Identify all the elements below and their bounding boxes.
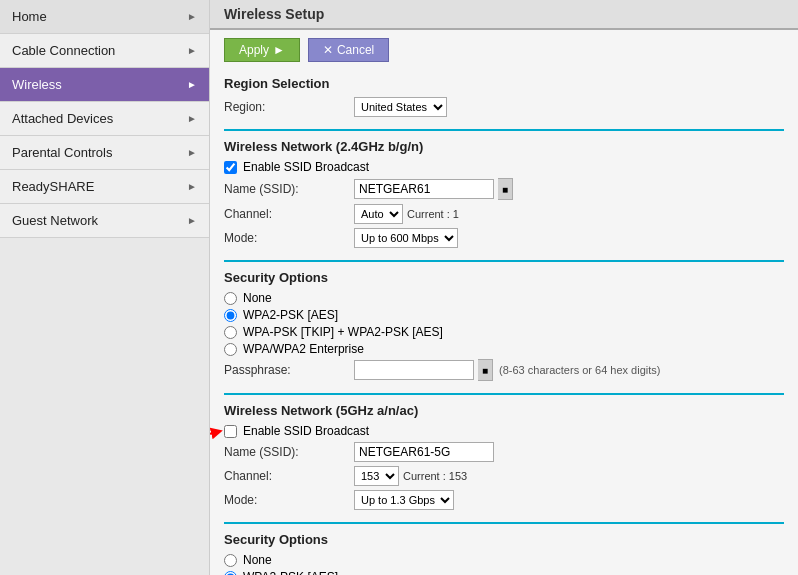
channel-5g-select[interactable]: 153 (354, 466, 399, 486)
mode-24-select[interactable]: Up to 600 Mbps (354, 228, 458, 248)
arrow-icon-attached: ► (187, 113, 197, 124)
ssid-name-24-input[interactable] (354, 179, 494, 199)
sidebar-label-wireless: Wireless (12, 77, 62, 92)
passphrase-hint: (8-63 characters or 64 hex digits) (499, 364, 660, 376)
ssid-name-24-label: Name (SSID): (224, 182, 354, 196)
enable-ssid-24-label: Enable SSID Broadcast (243, 160, 369, 174)
wireless-5g-section: Wireless Network (5GHz a/n/ac) Enable SS… (224, 403, 784, 524)
mode-24-row: Mode: Up to 600 Mbps (224, 228, 784, 248)
enable-ssid-5g-container: Enable SSID Broadcast (224, 424, 784, 438)
arrow-icon-parental: ► (187, 147, 197, 158)
svg-line-1 (210, 432, 217, 444)
mode-5g-select[interactable]: Up to 1.3 Gbps (354, 490, 454, 510)
apply-arrow-icon: ► (273, 43, 285, 57)
channel-5g-current: Current : 153 (403, 470, 467, 482)
sidebar-label-guest: Guest Network (12, 213, 98, 228)
security-wpa2-24-radio[interactable] (224, 309, 237, 322)
arrow-icon-cable: ► (187, 45, 197, 56)
sidebar-item-attached-devices[interactable]: Attached Devices ► (0, 102, 209, 136)
security-wpa-mixed-24-row: WPA-PSK [TKIP] + WPA2-PSK [AES] (224, 325, 784, 339)
mode-5g-label: Mode: (224, 493, 354, 507)
security-24-section: Security Options None WPA2-PSK [AES] WPA… (224, 270, 784, 395)
passphrase-toggle-icon[interactable]: ■ (478, 359, 493, 381)
passphrase-value: ■ (354, 359, 493, 381)
region-select[interactable]: United States (354, 97, 447, 117)
channel-5g-value: 153 Current : 153 (354, 466, 467, 486)
content-area: Region Selection Region: United States W… (210, 68, 798, 575)
security-24-title: Security Options (224, 270, 784, 285)
security-none-5g-label: None (243, 553, 272, 567)
sidebar-item-wireless[interactable]: Wireless ► (0, 68, 209, 102)
toolbar: Apply ► ✕ Cancel (210, 30, 798, 68)
sidebar-item-cable-connection[interactable]: Cable Connection ► (0, 34, 209, 68)
security-wpa2-5g-label: WPA2-PSK [AES] (243, 570, 338, 575)
wireless-24-title: Wireless Network (2.4GHz b/g/n) (224, 139, 784, 154)
wireless-5g-title: Wireless Network (5GHz a/n/ac) (224, 403, 784, 418)
security-none-24-label: None (243, 291, 272, 305)
security-enterprise-24-label: WPA/WPA2 Enterprise (243, 342, 364, 356)
arrow-icon-readyshare: ► (187, 181, 197, 192)
mode-5g-value: Up to 1.3 Gbps (354, 490, 454, 510)
channel-24-select[interactable]: Auto (354, 204, 403, 224)
wireless-24-section: Wireless Network (2.4GHz b/g/n) Enable S… (224, 139, 784, 262)
region-row: Region: United States (224, 97, 784, 117)
ssid-edit-icon[interactable]: ■ (498, 178, 513, 200)
page-title: Wireless Setup (210, 0, 798, 30)
security-wpa2-5g-radio[interactable] (224, 571, 237, 576)
channel-24-current: Current : 1 (407, 208, 459, 220)
security-none-5g-row: None (224, 553, 784, 567)
enable-ssid-5g-checkbox[interactable] (224, 425, 237, 438)
cancel-button[interactable]: ✕ Cancel (308, 38, 389, 62)
region-label: Region: (224, 100, 354, 114)
sidebar-item-parental-controls[interactable]: Parental Controls ► (0, 136, 209, 170)
ssid-name-5g-value (354, 442, 494, 462)
security-none-24-row: None (224, 291, 784, 305)
main-content: Wireless Setup Apply ► ✕ Cancel Region S… (210, 0, 798, 575)
mode-24-label: Mode: (224, 231, 354, 245)
passphrase-row: Passphrase: ■ (8-63 characters or 64 hex… (224, 359, 784, 381)
cancel-x-icon: ✕ (323, 43, 333, 57)
ssid-name-5g-label: Name (SSID): (224, 445, 354, 459)
sidebar: Home ► Cable Connection ► Wireless ► Att… (0, 0, 210, 575)
security-mixed-24-label: WPA-PSK [TKIP] + WPA2-PSK [AES] (243, 325, 443, 339)
sidebar-label-attached: Attached Devices (12, 111, 113, 126)
channel-24-row: Channel: Auto Current : 1 (224, 204, 784, 224)
enable-ssid-5g-label: Enable SSID Broadcast (243, 424, 369, 438)
security-mixed-24-radio[interactable] (224, 326, 237, 339)
security-none-5g-radio[interactable] (224, 554, 237, 567)
ssid-name-5g-input[interactable] (354, 442, 494, 462)
apply-button[interactable]: Apply ► (224, 38, 300, 62)
region-section-title: Region Selection (224, 76, 784, 91)
sidebar-item-home[interactable]: Home ► (0, 0, 209, 34)
sidebar-label-home: Home (12, 9, 47, 24)
passphrase-label: Passphrase: (224, 363, 354, 377)
region-value: United States (354, 97, 447, 117)
passphrase-input[interactable] (354, 360, 474, 380)
security-enterprise-24-row: WPA/WPA2 Enterprise (224, 342, 784, 356)
channel-5g-label: Channel: (224, 469, 354, 483)
sidebar-label-cable: Cable Connection (12, 43, 115, 58)
sidebar-item-guest-network[interactable]: Guest Network ► (0, 204, 209, 238)
ssid-name-5g-row: Name (SSID): (224, 442, 784, 462)
channel-5g-row: Channel: 153 Current : 153 (224, 466, 784, 486)
ssid-name-24-value: ■ (354, 178, 513, 200)
sidebar-item-readyshare[interactable]: ReadySHARE ► (0, 170, 209, 204)
security-none-24-radio[interactable] (224, 292, 237, 305)
sidebar-label-parental: Parental Controls (12, 145, 112, 160)
security-5g-section: Security Options None WPA2-PSK [AES] (224, 532, 784, 575)
channel-24-value: Auto Current : 1 (354, 204, 459, 224)
security-enterprise-24-radio[interactable] (224, 343, 237, 356)
mode-24-value: Up to 600 Mbps (354, 228, 458, 248)
arrow-icon-home: ► (187, 11, 197, 22)
security-wpa2-24-label: WPA2-PSK [AES] (243, 308, 338, 322)
security-5g-title: Security Options (224, 532, 784, 547)
arrow-icon-wireless: ► (187, 79, 197, 90)
enable-ssid-5g-row: Enable SSID Broadcast (224, 424, 784, 438)
arrow-icon-guest: ► (187, 215, 197, 226)
enable-ssid-24-row: Enable SSID Broadcast (224, 160, 784, 174)
region-section: Region Selection Region: United States (224, 76, 784, 131)
security-wpa2-5g-row: WPA2-PSK [AES] (224, 570, 784, 575)
enable-ssid-24-checkbox[interactable] (224, 161, 237, 174)
red-arrow-annotation (210, 424, 224, 454)
security-wpa2-24-row: WPA2-PSK [AES] (224, 308, 784, 322)
